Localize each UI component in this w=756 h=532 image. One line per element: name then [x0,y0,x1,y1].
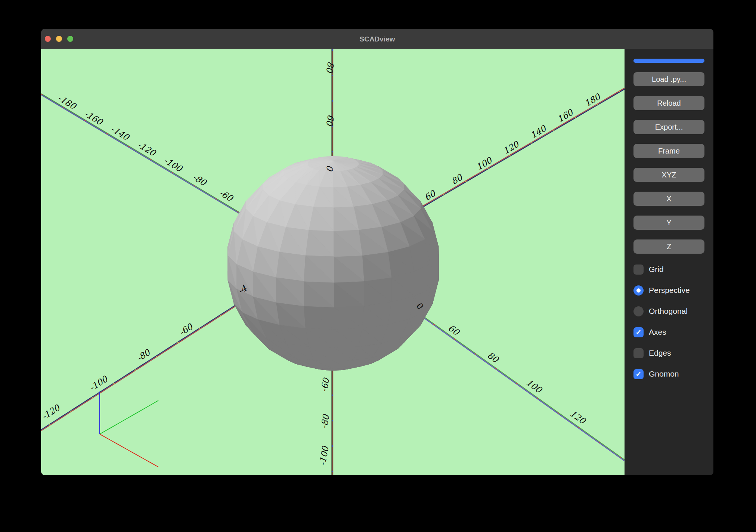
grid-checkbox[interactable] [633,265,644,275]
axis-labels-layer: -180-160-140-120-100-80-6060801001201401… [41,49,625,475]
y-positive-tick-label-0: 0 [414,300,425,312]
axes-toggle-row[interactable]: ✓Axes [633,327,704,337]
scadview-window: SCADview -180-160-140-120-100-80-6060801… [41,29,713,475]
y-negative-tick-label--60: -60 [218,188,235,204]
perspective-toggle-row[interactable]: Perspective [633,285,704,296]
x-negative-tick-label--60: -60 [177,321,195,337]
z-negative-tick-label--60: -60 [319,377,331,393]
perspective-radio-dot [636,288,641,293]
x-positive-tick-label-100: 100 [474,155,494,172]
x-positive-tick-label-120: 120 [501,139,521,156]
z-positive-tick-label-0: 0 [324,164,335,172]
desktop-background: SCADview -180-160-140-120-100-80-6060801… [0,0,756,532]
gnomon-label: Gnomon [649,369,679,378]
y-negative-tick-label--80: -80 [191,172,209,188]
y-positive-tick-label-100: 100 [524,377,544,395]
progress-bar [633,59,704,63]
z-positive-tick-label-60: 60 [324,114,336,127]
xyz-button[interactable]: XYZ [633,168,704,182]
y-negative-tick-label--180: -180 [56,93,78,112]
x-positive-tick-label-160: 160 [555,107,575,124]
axes-checkbox[interactable]: ✓ [633,327,644,337]
orthogonal-label: Orthogonal [649,307,688,316]
y-positive-tick-label-120: 120 [568,408,588,426]
load-py-button[interactable]: Load .py... [633,72,704,86]
y-negative-tick-label--160: -160 [83,109,105,127]
gnomon-toggle-row[interactable]: ✓Gnomon [633,369,704,379]
z-positive-tick-label-80: 80 [324,61,336,74]
frame-button[interactable]: Frame [633,144,704,158]
y-negative-tick-label--100: -100 [162,155,185,174]
export-button[interactable]: Export... [633,120,704,134]
z-negative-tick-label--100: -100 [317,445,331,467]
grid-toggle-row[interactable]: Grid [633,264,704,275]
reload-button[interactable]: Reload [633,96,704,110]
y-button[interactable]: Y [633,216,704,230]
titlebar[interactable]: SCADview [41,29,713,49]
edges-toggle-row[interactable]: Edges [633,348,704,358]
x-positive-tick-label-80: 80 [450,172,465,186]
y-negative-tick-label--120: -120 [136,140,158,158]
x-negative-tick-label--120: -120 [41,402,62,421]
perspective-radio[interactable] [633,285,644,296]
edges-label: Edges [649,349,671,358]
z-negative-tick-label--80: -80 [319,413,331,429]
perspective-label: Perspective [649,286,690,295]
orthogonal-toggle-row[interactable]: Orthogonal [633,306,704,316]
x-negative-tick-label--80: -80 [135,347,152,363]
axes-label: Axes [649,328,666,337]
orthogonal-radio[interactable] [633,306,644,316]
window-title: SCADview [41,29,713,49]
z-button[interactable]: Z [633,239,704,254]
viewport-3d[interactable]: -180-160-140-120-100-80-6060801001201401… [41,49,625,475]
y-positive-tick-label-80: 80 [486,350,501,365]
sidebar: Load .py...ReloadExport...FrameXYZXYZ Gr… [625,49,713,475]
x-negative-tick-label--100: -100 [88,374,110,393]
gnomon-checkbox[interactable]: ✓ [633,369,644,379]
y-positive-tick-label-60: 60 [446,323,462,337]
x-positive-tick-label-140: 140 [529,123,548,140]
x-button[interactable]: X [633,192,704,206]
grid-label: Grid [649,265,664,274]
sidebar-buttons: Load .py...ReloadExport...FrameXYZXYZ [633,72,704,254]
y-negative-tick-label--140: -140 [109,124,131,143]
x-positive-tick-label-60: 60 [423,188,438,202]
edges-checkbox[interactable] [633,348,644,358]
x-positive-tick-label-180: 180 [583,91,602,108]
sidebar-toggles: GridPerspectiveOrthogonal✓AxesEdges✓Gnom… [633,264,704,379]
x-negative-tick-label--4: -4 [236,283,248,296]
